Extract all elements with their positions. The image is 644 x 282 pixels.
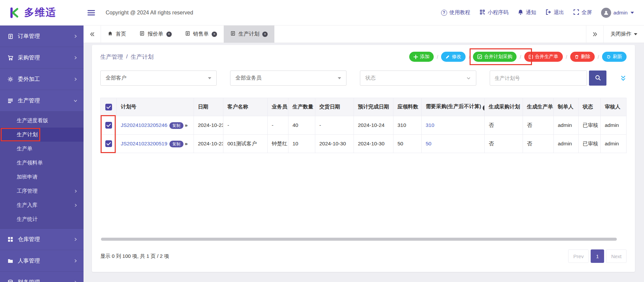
column-header: 需要采购(生产后不计算)?	[422, 98, 485, 116]
delivery-date-cell: -	[315, 116, 354, 135]
sidebar-item-finance[interactable]: 财务管理	[0, 272, 84, 282]
sidebar-item-hr[interactable]: 人事管理	[0, 250, 84, 272]
column-header: 生产数量	[288, 98, 315, 116]
plan-no-input[interactable]	[490, 70, 587, 86]
sidebar-subitem-process-management[interactable]: 工序管理	[0, 184, 84, 198]
add-button[interactable]: 添加	[409, 52, 434, 62]
tab-quotation[interactable]: 报价单 ×	[133, 26, 178, 43]
merge-production-order-button[interactable]: 合并生产单	[524, 52, 563, 62]
caret-down-icon	[634, 33, 637, 35]
expand-row-icon[interactable]: »	[185, 122, 188, 128]
sidebar-subitem-overtime-request[interactable]: 加班申请	[0, 170, 84, 184]
purchase-qty-link[interactable]: 310	[426, 122, 434, 128]
select-all-checkbox[interactable]	[105, 104, 112, 110]
sidebar-subitem-label: 生产单	[17, 145, 77, 152]
close-tab-icon[interactable]: ×	[212, 32, 217, 37]
production-submenu: 生产进度看版 生产计划 生产单 生产领料单 加班申请 工序管理	[0, 111, 84, 229]
row-checkbox[interactable]	[105, 122, 112, 129]
search-button[interactable]	[589, 70, 606, 86]
copy-badge[interactable]: 复制	[169, 141, 183, 147]
close-tab-icon[interactable]: ×	[166, 32, 172, 37]
column-header-label: 审核人	[605, 104, 621, 109]
column-header: 预计完成日期	[354, 98, 393, 116]
gear-icon	[7, 76, 13, 82]
plan-no-cell: JS20241023205246复制»	[117, 116, 194, 135]
estimate-date-cell: 2024-10-24	[354, 116, 393, 135]
tab-home[interactable]: 首页	[101, 26, 133, 43]
sidebar-subitem-production-plan[interactable]: 生产计划	[0, 128, 84, 142]
tab-sales[interactable]: 销售单 ×	[178, 26, 224, 43]
miniprogram-link[interactable]: 小程序码	[479, 9, 508, 16]
hamburger-menu-icon[interactable]	[87, 8, 96, 17]
tab-production-plan[interactable]: 生产计划 ×	[224, 26, 274, 43]
prev-page-button[interactable]: Prev	[568, 249, 589, 263]
toolbar-separator: /	[598, 54, 599, 60]
help-link[interactable]: ? 使用教程	[441, 9, 470, 16]
sidebar-subitem-label: 生产统计	[17, 216, 77, 223]
help-icon: ?	[441, 10, 447, 16]
copy-badge[interactable]: 复制	[169, 122, 183, 129]
close-tab-icon[interactable]: ×	[262, 32, 268, 37]
logout-icon	[545, 9, 551, 16]
sidebar-item-label: 采购管理	[18, 54, 69, 61]
chevron-right-icon	[73, 34, 77, 38]
column-header-label: 日期	[198, 104, 208, 109]
horizontal-scrollbar[interactable]	[101, 238, 617, 241]
production-plan-table: 计划号 日期 客户名称 业务员 生产数量 交货日期 预计完成日期 应领料数	[100, 98, 627, 153]
sidebar-subitem-progress-board[interactable]: 生产进度看版	[0, 113, 84, 128]
sidebar-subitem-production-inbound[interactable]: 生产入库	[0, 198, 84, 212]
material-qty-cell: 310	[393, 116, 422, 135]
chevron-right-icon	[73, 56, 77, 60]
sidebar-item-orders[interactable]: 订单管理	[0, 26, 84, 47]
edit-button[interactable]: 修改	[441, 52, 466, 62]
notifications-link[interactable]: 通知	[518, 9, 536, 16]
sidebar-item-label: 委外加工	[18, 76, 69, 83]
sidebar-item-warehouse[interactable]: 仓库管理	[0, 229, 84, 250]
toolbar-separator: /	[566, 54, 567, 60]
sidebar-subitem-label: 生产计划	[17, 131, 77, 138]
next-page-button[interactable]: Next	[606, 249, 627, 263]
logout-link[interactable]: 退出	[545, 9, 564, 16]
user-menu[interactable]: admin	[601, 8, 634, 18]
scroll-tabs-right-icon[interactable]	[586, 26, 603, 43]
production-list-icon	[7, 98, 13, 104]
sidebar-item-outsourcing[interactable]: 委外加工	[0, 68, 84, 90]
row-checkbox[interactable]	[105, 140, 112, 147]
document-icon	[140, 31, 145, 37]
plan-no-link[interactable]: JS20241023205246	[121, 122, 167, 128]
merge-purchase-plan-button[interactable]: 合并计划采购	[473, 52, 517, 62]
sidebar-subitem-production-stats[interactable]: 生产统计	[0, 212, 84, 226]
column-header-label: 应领料数	[397, 104, 418, 109]
fullscreen-link[interactable]: 全屏	[573, 9, 592, 16]
copyright-text: Copyright @ 2024 All rights reserved	[106, 10, 193, 16]
sidebar-subitem-label: 生产进度看版	[17, 117, 77, 124]
sidebar-subitem-material-requisition[interactable]: 生产领料单	[0, 156, 84, 170]
close-operations-dropdown[interactable]: 关闭操作	[603, 26, 644, 43]
sidebar-item-production[interactable]: 生产管理	[0, 90, 84, 111]
page-1-button[interactable]: 1	[591, 249, 604, 263]
salesman-select[interactable]: 全部业务员	[230, 70, 346, 86]
refresh-button[interactable]: 刷新	[602, 52, 627, 62]
sidebar-item-purchasing[interactable]: 采购管理	[0, 47, 84, 68]
column-header-label: 生成采购计划	[489, 104, 520, 109]
plan-no-link[interactable]: JS20241023200519	[121, 141, 167, 146]
more-filters-icon[interactable]	[620, 75, 627, 82]
sidebar-subitem-production-order[interactable]: 生产单	[0, 142, 84, 156]
salesman-select-value: 全部业务员	[235, 75, 338, 82]
header-checkbox-cell	[101, 98, 117, 116]
customer-select[interactable]: 全部客户	[100, 70, 217, 86]
logo: 多维适	[0, 6, 84, 19]
delete-button[interactable]: 删除	[570, 52, 595, 62]
table-wrap: 计划号 日期 客户名称 业务员 生产数量 交货日期 预计完成日期 应领料数	[100, 98, 627, 153]
plan-no-search-group	[490, 70, 606, 86]
help-icon[interactable]: ?	[483, 105, 484, 111]
scroll-tabs-left-icon[interactable]	[84, 26, 101, 43]
customer-select-value: 全部客户	[106, 75, 208, 82]
purchase-qty-link[interactable]: 50	[426, 141, 431, 146]
tab-label: 首页	[116, 31, 126, 38]
row-checkbox-cell	[101, 135, 117, 153]
tab-label: 销售单	[193, 31, 209, 38]
search-icon	[595, 75, 601, 82]
expand-row-icon[interactable]: »	[185, 141, 188, 146]
status-select[interactable]: 状态	[360, 70, 476, 86]
